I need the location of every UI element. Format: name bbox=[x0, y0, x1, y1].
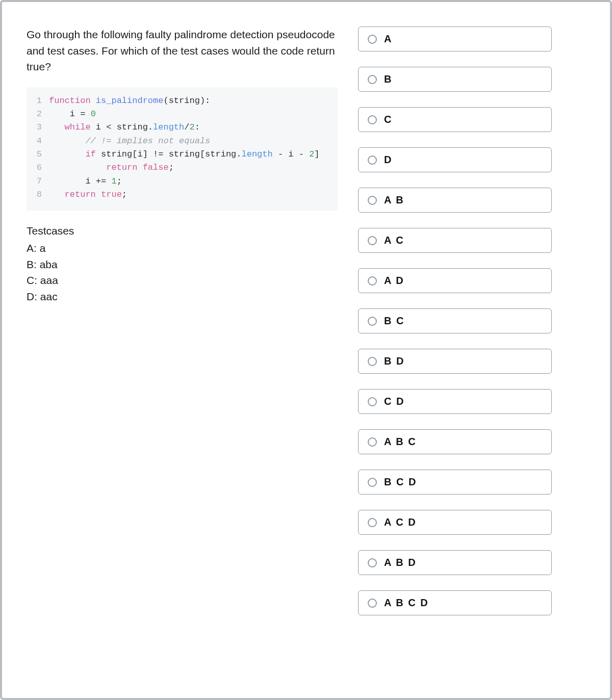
quiz-container: Go through the following faulty palindro… bbox=[0, 0, 612, 700]
answer-option[interactable]: A bbox=[358, 27, 552, 51]
option-label: B bbox=[384, 73, 392, 85]
option-label: A B bbox=[384, 194, 404, 206]
radio-icon bbox=[368, 317, 377, 326]
option-label: A bbox=[384, 33, 392, 45]
option-label: A B C D bbox=[384, 597, 429, 609]
line-number: 2 bbox=[27, 108, 42, 121]
option-label: A D bbox=[384, 275, 404, 287]
question-text: Go through the following faulty palindro… bbox=[27, 27, 338, 75]
code-line: 2 i = 0 bbox=[27, 108, 328, 121]
code-content: function is_palindrome(string): bbox=[49, 94, 210, 108]
radio-icon bbox=[368, 599, 377, 608]
code-line: 6 return false; bbox=[27, 161, 328, 174]
options-column: ABCDA BA CA DB CB DC DA B CB C DA C DA B… bbox=[358, 27, 552, 673]
code-content: // != implies not equals bbox=[49, 135, 210, 148]
code-line: 7 i += 1; bbox=[27, 175, 328, 188]
answer-option[interactable]: C D bbox=[358, 389, 552, 414]
answer-option[interactable]: D bbox=[358, 147, 552, 172]
option-label: C bbox=[384, 114, 392, 125]
testcase-line: A: a bbox=[27, 240, 338, 256]
radio-icon bbox=[368, 558, 377, 567]
radio-icon bbox=[368, 155, 377, 165]
radio-icon bbox=[368, 357, 377, 366]
code-content: while i < string.length/2: bbox=[49, 121, 200, 134]
code-content: if string[i] != string[string.length - i… bbox=[49, 148, 320, 161]
code-content: return false; bbox=[49, 161, 174, 174]
line-number: 3 bbox=[27, 121, 42, 134]
option-label: A B D bbox=[384, 557, 417, 568]
code-line: 3 while i < string.length/2: bbox=[27, 121, 328, 134]
answer-option[interactable]: A B C D bbox=[358, 590, 552, 615]
answer-option[interactable]: C bbox=[358, 107, 552, 132]
line-number: 8 bbox=[27, 188, 42, 201]
answer-option[interactable]: A C D bbox=[358, 510, 552, 535]
option-label: D bbox=[384, 154, 392, 166]
line-number: 1 bbox=[27, 94, 42, 108]
option-label: C D bbox=[384, 396, 404, 407]
radio-icon bbox=[368, 276, 377, 286]
radio-icon bbox=[368, 437, 377, 447]
line-number: 7 bbox=[27, 175, 42, 188]
answer-option[interactable]: B C bbox=[358, 308, 552, 333]
code-content: i = 0 bbox=[49, 108, 96, 121]
radio-icon bbox=[368, 478, 377, 487]
answer-option[interactable]: A D bbox=[358, 268, 552, 293]
line-number: 4 bbox=[27, 135, 42, 148]
code-line: 8 return true; bbox=[27, 188, 328, 201]
answer-option[interactable]: B D bbox=[358, 349, 552, 374]
code-line: 5 if string[i] != string[string.length -… bbox=[27, 148, 328, 161]
testcase-line: D: aac bbox=[27, 289, 338, 305]
code-line: 1function is_palindrome(string): bbox=[27, 94, 328, 108]
radio-icon bbox=[368, 196, 377, 205]
answer-option[interactable]: A B C bbox=[358, 429, 552, 454]
testcase-line: B: aba bbox=[27, 256, 338, 273]
code-block: 1function is_palindrome(string):2 i = 03… bbox=[27, 87, 338, 211]
answer-option[interactable]: A B D bbox=[358, 550, 552, 575]
option-label: A B C bbox=[384, 436, 417, 448]
answer-option[interactable]: B bbox=[358, 67, 552, 92]
option-label: A C bbox=[384, 235, 404, 246]
radio-icon bbox=[368, 35, 377, 44]
line-number: 5 bbox=[27, 148, 42, 161]
option-label: A C D bbox=[384, 516, 417, 528]
option-label: B C bbox=[384, 315, 404, 327]
line-number: 6 bbox=[27, 161, 42, 174]
option-label: B C D bbox=[384, 476, 417, 488]
answer-option[interactable]: A C bbox=[358, 228, 552, 253]
radio-icon bbox=[368, 518, 377, 527]
code-content: return true; bbox=[49, 188, 127, 201]
radio-icon bbox=[368, 75, 377, 84]
radio-icon bbox=[368, 397, 377, 406]
answer-option[interactable]: A B bbox=[358, 188, 552, 213]
question-column: Go through the following faulty palindro… bbox=[27, 27, 338, 673]
testcases-title: Testcases bbox=[27, 225, 338, 237]
testcase-line: C: aaa bbox=[27, 272, 338, 289]
radio-icon bbox=[368, 115, 377, 124]
code-content: i += 1; bbox=[49, 175, 122, 188]
answer-option[interactable]: B C D bbox=[358, 470, 552, 495]
testcases-list: A: aB: abaC: aaaD: aac bbox=[27, 240, 338, 304]
radio-icon bbox=[368, 236, 377, 245]
option-label: B D bbox=[384, 355, 404, 367]
code-line: 4 // != implies not equals bbox=[27, 135, 328, 148]
